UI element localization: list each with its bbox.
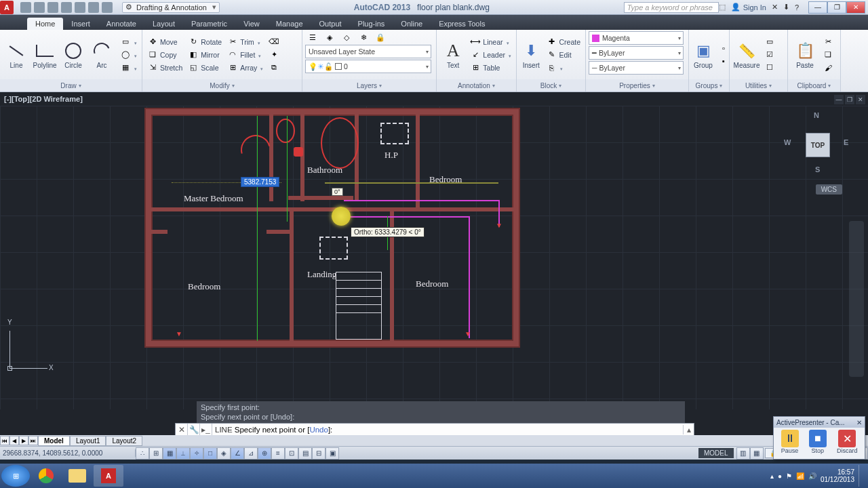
viewcube-north[interactable]: N bbox=[814, 111, 819, 119]
tray-action-center-icon[interactable]: ⚑ bbox=[786, 472, 792, 480]
trim-button[interactable]: ✂Trim bbox=[225, 36, 265, 48]
arc-button[interactable]: Arc bbox=[88, 39, 115, 70]
rectangle-button[interactable]: ▭ bbox=[118, 36, 139, 48]
measure-button[interactable]: 📏Measure bbox=[732, 39, 761, 70]
viewcube-south[interactable]: S bbox=[815, 165, 820, 174]
layer-state-combo[interactable]: Unsaved Layer State bbox=[305, 45, 431, 58]
tab-layout2[interactable]: Layout2 bbox=[106, 436, 142, 446]
close-button[interactable]: ✕ bbox=[846, 1, 865, 14]
exchange-icon[interactable]: ✕ bbox=[772, 3, 778, 12]
edit-attr-button[interactable]: ⎘ bbox=[544, 62, 583, 74]
coordinates[interactable]: 29668.8374, 14089.5612, 0.0000 bbox=[0, 449, 136, 457]
stayconnected-icon[interactable]: ⬇ bbox=[783, 3, 789, 12]
ungroup-button[interactable]: ▫ bbox=[716, 42, 731, 54]
stop-button[interactable]: ■Stop bbox=[809, 430, 827, 454]
command-line[interactable]: ✕ 🔧 ▸_ LINE Specify next point or [Undo]… bbox=[175, 423, 694, 436]
panel-annotation-title[interactable]: Annotation bbox=[437, 79, 516, 92]
qat-saveas-icon[interactable] bbox=[61, 2, 72, 13]
otrack-toggle[interactable]: ∠ bbox=[231, 447, 244, 460]
polyline-button[interactable]: Polyline bbox=[31, 39, 58, 70]
tab-annotate[interactable]: Annotate bbox=[98, 18, 144, 30]
table-button[interactable]: ⊞Table bbox=[468, 62, 513, 74]
erase-button[interactable]: ⌫ bbox=[267, 36, 281, 48]
3dosnap-toggle[interactable]: ◈ bbox=[217, 447, 231, 460]
tray-network-icon[interactable]: 📶 bbox=[796, 472, 804, 480]
qat-plot-icon[interactable] bbox=[75, 2, 85, 13]
fillet-button[interactable]: ◠Fillet bbox=[225, 49, 265, 61]
lwt-toggle[interactable]: ≡ bbox=[271, 447, 285, 460]
activepresenter-palette[interactable]: ActivePresenter - Ca...✕ ⏸Pause ■Stop ✕D… bbox=[773, 416, 865, 460]
help-icon[interactable]: ? bbox=[795, 3, 799, 12]
panel-draw-title[interactable]: Draw bbox=[0, 79, 142, 92]
hatch-button[interactable]: ▦ bbox=[118, 62, 139, 74]
tab-parametric[interactable]: Parametric bbox=[183, 18, 235, 30]
layout-prev[interactable]: ◀ bbox=[9, 436, 19, 445]
tab-output[interactable]: Output bbox=[311, 18, 350, 30]
layout-first[interactable]: ⏮ bbox=[0, 436, 9, 445]
tab-view[interactable]: View bbox=[235, 18, 268, 30]
cmd-option[interactable]: Undo bbox=[309, 426, 328, 434]
rotate-button[interactable]: ↻Rotate bbox=[186, 36, 224, 48]
edit-button[interactable]: ✎Edit bbox=[544, 49, 583, 61]
cmd-close-icon[interactable]: ✕ bbox=[176, 424, 188, 436]
layer-iso-button[interactable]: ◈ bbox=[322, 31, 337, 43]
selectall-button[interactable]: ☐ bbox=[762, 62, 777, 74]
tab-online[interactable]: Online bbox=[393, 18, 431, 30]
tab-layout1[interactable]: Layout1 bbox=[70, 436, 106, 446]
leader-button[interactable]: ↙Leader bbox=[468, 49, 513, 61]
tab-layout[interactable]: Layout bbox=[144, 18, 183, 30]
qat-new-icon[interactable] bbox=[20, 2, 31, 13]
panel-groups-title[interactable]: Groups bbox=[689, 79, 729, 92]
drawing-viewport[interactable]: [-][Top][2D Wireframe] — ❐ ✕ bbox=[0, 92, 868, 446]
taskbar-autocad[interactable]: A bbox=[94, 465, 123, 487]
infer-toggle[interactable]: ∴ bbox=[136, 447, 149, 460]
viewcube-top[interactable]: TOP bbox=[806, 133, 830, 157]
layout-next[interactable]: ▶ bbox=[19, 436, 28, 445]
panel-clipboard-title[interactable]: Clipboard bbox=[788, 79, 840, 92]
wcs-badge[interactable]: WCS bbox=[816, 184, 842, 195]
cmd-recent-icon[interactable]: ▴ bbox=[683, 425, 694, 434]
show-desktop[interactable] bbox=[859, 465, 864, 487]
tab-insert[interactable]: Insert bbox=[63, 18, 98, 30]
vp-close[interactable]: ✕ bbox=[856, 95, 865, 104]
palette-title[interactable]: ActivePresenter - Ca...✕ bbox=[774, 417, 865, 428]
tray-show-hidden-icon[interactable]: ▴ bbox=[770, 472, 774, 480]
cut-button[interactable]: ✂ bbox=[821, 36, 835, 48]
text-button[interactable]: AText bbox=[439, 39, 467, 70]
model-space-button[interactable]: MODEL bbox=[698, 448, 734, 458]
offset-button[interactable]: ⧉ bbox=[267, 62, 281, 74]
lineweight-combo[interactable]: ━ ByLayer bbox=[589, 46, 684, 60]
vp-maximize[interactable]: ❐ bbox=[845, 95, 854, 104]
quickview-dwg[interactable]: ▦ bbox=[750, 447, 764, 460]
cmd-customize-icon[interactable]: 🔧 bbox=[188, 424, 200, 436]
navigation-bar[interactable] bbox=[849, 221, 864, 377]
autodesk360-icon[interactable]: ⬚ bbox=[719, 3, 726, 12]
taskbar-chrome[interactable] bbox=[31, 465, 61, 487]
groupedit-button[interactable]: ▪ bbox=[716, 55, 731, 67]
minimize-button[interactable]: — bbox=[808, 1, 827, 14]
tray-clock[interactable]: 16:57 01/12/2013 bbox=[821, 468, 854, 484]
viewcube[interactable]: N S W E TOP bbox=[784, 111, 852, 179]
move-button[interactable]: ✥Move bbox=[145, 36, 184, 48]
paste-button[interactable]: 📋Paste bbox=[791, 39, 819, 70]
layer-off-button[interactable]: ◇ bbox=[339, 31, 354, 43]
tab-plugins[interactable]: Plug-ins bbox=[350, 18, 393, 30]
tab-manage[interactable]: Manage bbox=[268, 18, 311, 30]
snap-toggle[interactable]: ⊞ bbox=[149, 447, 163, 460]
copyclip-button[interactable]: ❏ bbox=[821, 49, 835, 61]
select-button[interactable]: ▭ bbox=[762, 36, 777, 48]
ellipse-button[interactable]: ◯ bbox=[118, 49, 139, 61]
panel-layers-title[interactable]: Layers bbox=[302, 79, 436, 92]
discard-button[interactable]: ✕Discard bbox=[837, 430, 858, 454]
dynamic-distance[interactable]: 5382.7153 bbox=[241, 177, 279, 187]
workspace-switcher[interactable]: Drafting & Annotation bbox=[122, 2, 220, 13]
linetype-combo[interactable]: ─ ByLayer bbox=[589, 61, 684, 75]
insert-button[interactable]: ⬇Insert bbox=[519, 39, 542, 70]
layer-freeze-button[interactable]: ❄ bbox=[356, 31, 371, 43]
line-button[interactable]: Line bbox=[3, 39, 30, 70]
qat-undo-icon[interactable] bbox=[88, 2, 99, 13]
panel-properties-title[interactable]: Properties bbox=[586, 79, 688, 92]
ducs-toggle[interactable]: ⊿ bbox=[244, 447, 258, 460]
array-button[interactable]: ⊞Array bbox=[225, 62, 265, 74]
quickselect-button[interactable]: ☑ bbox=[762, 49, 777, 61]
